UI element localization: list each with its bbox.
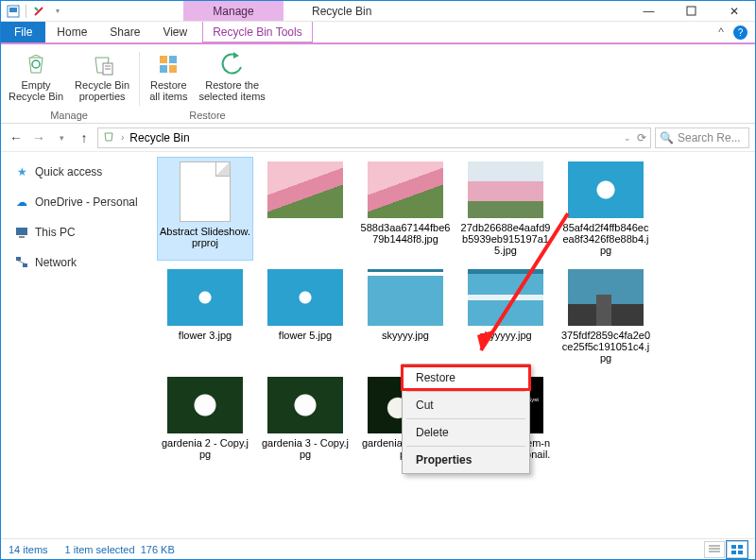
- chevron-right-icon[interactable]: ›: [121, 132, 124, 143]
- network-icon: [14, 255, 29, 270]
- file-name-label: 375fdf2859c4fa2e0ce25f5c191051c4.jpg: [560, 330, 651, 364]
- contextual-tab-header: Manage: [183, 1, 284, 21]
- address-bar[interactable]: › Recycle Bin ⌄ ⟳: [97, 127, 651, 148]
- svg-rect-12: [19, 236, 25, 238]
- star-icon: ★: [14, 164, 29, 179]
- file-name-label: flower 5.jpg: [279, 330, 332, 341]
- forward-button[interactable]: →: [29, 128, 48, 147]
- separator: [139, 52, 140, 106]
- thumbnail: [568, 161, 644, 218]
- svg-rect-9: [160, 65, 167, 73]
- empty-recycle-bin-label: Empty Recycle Bin: [9, 79, 63, 102]
- file-item[interactable]: 588d3aa67144fbe679b1448f8.jpg: [358, 158, 453, 260]
- recycle-bin-icon: [102, 129, 115, 145]
- tab-file[interactable]: File: [1, 22, 45, 42]
- thumbnails-view-button[interactable]: [727, 541, 747, 558]
- file-name-label: 85af4d2f4ffb846ecea8f3426f8e88b4.jpg: [560, 222, 651, 256]
- context-menu-cut[interactable]: Cut: [403, 394, 529, 416]
- svg-rect-22: [738, 545, 743, 549]
- app-icon[interactable]: [7, 5, 20, 18]
- file-name-label: flower 3.jpg: [179, 330, 232, 341]
- recycle-bin-properties-button[interactable]: Recycle Bin properties: [71, 48, 133, 110]
- thumbnail: [568, 269, 644, 326]
- ribbon-group-restore: Restore all items Restore the selected i…: [142, 48, 273, 123]
- file-item[interactable]: skyyyyy.jpg: [458, 265, 553, 367]
- content-pane[interactable]: Abstract Slideshow.prproj588d3aa67144fbe…: [152, 152, 755, 538]
- file-item[interactable]: gardenia 3 - Copy.jpg: [258, 373, 352, 475]
- search-placeholder: Search Re...: [678, 131, 741, 144]
- up-button[interactable]: ↑: [75, 128, 94, 147]
- file-name-label: Abstract Slideshow.prproj: [160, 226, 250, 248]
- file-item[interactable]: 85af4d2f4ffb846ecea8f3426f8e88b4.jpg: [558, 158, 653, 260]
- body: ★ Quick access ☁ OneDrive - Personal Thi…: [1, 152, 755, 538]
- back-button[interactable]: ←: [7, 128, 26, 147]
- file-item[interactable]: 27db26688e4aafd9b5939eb915197a15.jpg: [458, 158, 553, 260]
- thumbnail: [180, 161, 231, 222]
- breadcrumb-location[interactable]: Recycle Bin: [129, 131, 189, 144]
- details-view-button[interactable]: [704, 541, 725, 558]
- nav-network-label: Network: [35, 256, 77, 269]
- ribbon-group-restore-label: Restore: [189, 110, 226, 123]
- maximize-button[interactable]: [670, 1, 713, 21]
- file-item[interactable]: Abstract Slideshow.prproj: [158, 158, 252, 260]
- context-menu: Restore Cut Delete Properties: [402, 364, 530, 474]
- restore-selected-items-button[interactable]: Restore the selected items: [196, 48, 269, 110]
- separator: [26, 5, 26, 18]
- recent-locations-dropdown[interactable]: ▾: [52, 128, 71, 147]
- svg-rect-11: [16, 228, 27, 235]
- file-item[interactable]: [258, 158, 352, 260]
- tab-home[interactable]: Home: [45, 22, 98, 42]
- nav-onedrive[interactable]: ☁ OneDrive - Personal: [9, 192, 145, 212]
- thumbnail: [368, 269, 443, 326]
- nav-network[interactable]: Network: [9, 252, 145, 273]
- restore-selected-label: Restore the selected items: [199, 79, 266, 102]
- file-item[interactable]: flower 5.jpg: [258, 265, 352, 367]
- restore-all-items-button[interactable]: Restore all items: [146, 48, 191, 110]
- tab-recycle-bin-tools[interactable]: Recycle Bin Tools: [202, 22, 313, 42]
- refresh-icon[interactable]: ⟳: [637, 131, 646, 144]
- thumbnail: [468, 161, 543, 218]
- file-item[interactable]: flower 3.jpg: [158, 265, 252, 367]
- navigation-pane: ★ Quick access ☁ OneDrive - Personal Thi…: [1, 152, 152, 538]
- nav-this-pc-label: This PC: [35, 226, 76, 239]
- address-dropdown-icon[interactable]: ⌄: [624, 133, 631, 143]
- status-bar: 14 items 1 item selected 176 KB: [1, 538, 755, 559]
- svg-rect-8: [169, 56, 177, 63]
- qat-dropdown-icon[interactable]: ▾: [51, 5, 64, 18]
- quick-access-toolbar: ▾: [1, 1, 70, 21]
- context-menu-delete[interactable]: Delete: [403, 421, 529, 444]
- ribbon-group-manage-label: Manage: [50, 110, 88, 123]
- ribbon: Empty Recycle Bin Recycle Bin properties…: [1, 44, 755, 124]
- empty-recycle-bin-button[interactable]: Empty Recycle Bin: [5, 48, 67, 110]
- properties-qat-icon[interactable]: [32, 5, 45, 18]
- tab-share[interactable]: Share: [98, 22, 151, 42]
- svg-rect-2: [687, 7, 696, 15]
- thumbnail: [368, 161, 443, 218]
- status-item-count: 14 items: [9, 544, 48, 555]
- ribbon-group-manage: Empty Recycle Bin Recycle Bin properties…: [1, 48, 137, 123]
- ribbon-collapse-icon[interactable]: ^: [718, 25, 724, 39]
- nav-quick-access-label: Quick access: [35, 165, 102, 178]
- close-button[interactable]: ✕: [713, 1, 755, 21]
- file-name-label: skyyyy.jpg: [382, 330, 429, 341]
- thumbnail: [167, 377, 243, 433]
- file-item[interactable]: skyyyy.jpg: [358, 265, 453, 367]
- tab-view[interactable]: View: [151, 22, 198, 42]
- thumbnail: [267, 377, 343, 433]
- svg-rect-24: [738, 551, 743, 554]
- svg-rect-10: [169, 65, 177, 73]
- svg-rect-13: [16, 257, 21, 261]
- thumbnail: [167, 269, 243, 326]
- context-menu-properties[interactable]: Properties: [403, 449, 529, 471]
- nav-quick-access[interactable]: ★ Quick access: [9, 161, 145, 182]
- search-input[interactable]: 🔍 Search Re...: [655, 127, 749, 148]
- restore-all-icon: [153, 50, 183, 76]
- minimize-button[interactable]: —: [627, 1, 670, 21]
- file-item[interactable]: 375fdf2859c4fa2e0ce25f5c191051c4.jpg: [558, 265, 653, 367]
- file-name-label: skyyyyy.jpg: [479, 330, 531, 341]
- nav-this-pc[interactable]: This PC: [9, 222, 145, 243]
- help-icon[interactable]: ?: [733, 25, 747, 40]
- svg-rect-21: [731, 545, 736, 549]
- context-menu-restore[interactable]: Restore: [403, 366, 529, 389]
- file-item[interactable]: gardenia 2 - Copy.jpg: [158, 373, 252, 475]
